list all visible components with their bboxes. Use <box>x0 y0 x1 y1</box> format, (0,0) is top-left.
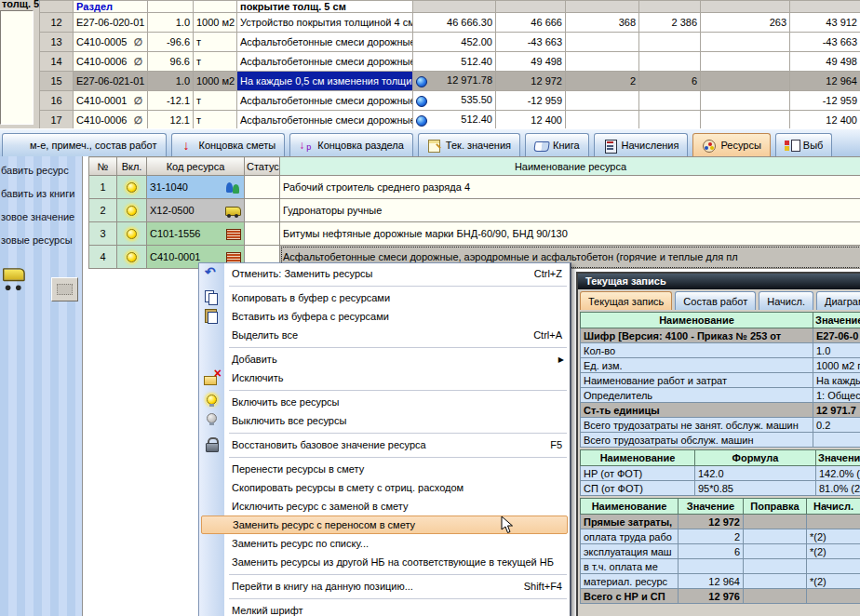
unit-cell[interactable]: т <box>194 111 237 130</box>
totals-value-cell[interactable]: 2 <box>679 529 744 544</box>
value-cell[interactable] <box>639 33 701 52</box>
info-value-cell[interactable]: 1: Общест <box>813 388 860 403</box>
resource-name-cell[interactable]: Рабочий строитель среднего разряда 4 <box>280 176 860 199</box>
value-cell[interactable]: 6 <box>639 72 701 91</box>
quantity-cell[interactable]: 96.6 <box>148 52 194 72</box>
toolbar-tab[interactable]: Концовка раздела <box>289 133 413 156</box>
col-header-code[interactable]: Код ресурса <box>147 157 245 176</box>
unit-cell[interactable]: т <box>194 33 237 52</box>
row-number-cell[interactable]: 15 <box>40 72 74 91</box>
panel-tab[interactable]: Диаграмма <box>816 291 860 310</box>
unit-cell[interactable]: 1000 м2 п <box>194 13 237 33</box>
formula-expr-cell[interactable]: 142.0 <box>695 466 816 481</box>
menu-item[interactable]: Включить все ресурсы <box>199 393 570 411</box>
info-value-cell[interactable]: 12 971.7 <box>813 403 860 418</box>
position-code-cell[interactable]: С410-0006∅ <box>74 52 148 72</box>
totals-corr-cell[interactable] <box>744 544 807 559</box>
value-cell[interactable] <box>566 91 639 111</box>
menu-item[interactable] <box>229 390 567 391</box>
toolbar-tab[interactable]: м-е, примеч., состав работ <box>2 133 167 156</box>
formula-expr-cell[interactable]: 95*0.85 <box>695 481 816 496</box>
unit-cost-cell[interactable]: 12 971.78 <box>413 72 496 91</box>
value-cell[interactable]: -12 959 <box>790 91 860 111</box>
resource-enabled-cell[interactable] <box>117 176 147 199</box>
value-cell[interactable] <box>701 33 790 52</box>
menu-item[interactable]: Исключить ресурс с заменой в смету <box>199 497 570 516</box>
value-cell[interactable] <box>566 33 639 52</box>
value-cell[interactable]: 263 <box>701 13 790 33</box>
resource-number-cell[interactable]: 4 <box>89 246 117 269</box>
unit-cell[interactable]: т <box>194 91 237 111</box>
menu-item[interactable] <box>229 286 567 287</box>
menu-item[interactable]: Вставить из буфера с ресурсами <box>199 307 570 326</box>
position-name-cell[interactable]: Асфальтобетонные смеси дорожные, а... <box>237 91 413 111</box>
total-cost-cell[interactable]: 12 972 <box>496 72 566 91</box>
value-cell[interactable] <box>701 91 790 111</box>
toolbar-tab[interactable]: Книга <box>525 133 589 156</box>
value-cell[interactable]: 12 964 <box>790 72 860 91</box>
total-cost-cell[interactable]: -43 663 <box>496 33 566 52</box>
row-number-cell[interactable]: 16 <box>40 91 74 111</box>
total-cost-cell[interactable]: 46 666 <box>496 13 566 33</box>
unit-cost-cell[interactable]: 46 666.30 <box>413 13 496 33</box>
position-name-cell[interactable]: Асфальтобетонные смеси дорожные, а... <box>237 52 413 72</box>
info-value-cell[interactable]: 1000 м2 п <box>813 358 860 373</box>
position-name-cell[interactable]: На каждые 0,5 см изменения толщины п <box>237 72 413 91</box>
menu-item[interactable]: Отменить: Заменить ресурсы Ctrl+Z <box>199 264 570 283</box>
quantity-cell[interactable]: 12.1 <box>148 111 194 130</box>
totals-corr-cell[interactable] <box>744 589 807 604</box>
quantity-cell[interactable]: -96.6 <box>148 33 194 52</box>
row-number-cell[interactable]: 12 <box>40 13 74 33</box>
totals-corr-cell[interactable] <box>744 515 807 529</box>
unit-cost-cell[interactable]: 512.40 <box>413 111 496 130</box>
resource-row[interactable]: 1 З1-1040 Рабочий строитель среднего раз… <box>89 176 860 199</box>
menu-item[interactable]: Скопировать ресурсы в смету с отриц. рас… <box>199 478 570 497</box>
col-header-status[interactable]: Статус <box>245 157 280 176</box>
totals-corr-cell[interactable] <box>744 529 807 544</box>
panel-tab[interactable]: Начисл. <box>759 291 813 310</box>
resource-name-cell[interactable]: Гудронаторы ручные <box>280 199 860 222</box>
position-code-cell[interactable]: С410-0005∅ <box>74 33 148 52</box>
value-cell[interactable]: -43 663 <box>790 33 860 52</box>
resource-code-cell[interactable]: З1-1040 <box>147 176 245 199</box>
value-cell[interactable]: 368 <box>566 13 639 33</box>
menu-item[interactable]: Мелкий шрифт <box>199 601 570 616</box>
menu-item[interactable]: Перенести ресурсы в смету <box>199 460 570 478</box>
quantity-cell[interactable]: 1.0 <box>148 72 194 91</box>
totals-corr-cell[interactable] <box>744 574 807 589</box>
position-row[interactable]: 17 С410-0006∅ 12.1 т Асфальтобетонные см… <box>40 111 860 130</box>
value-cell[interactable] <box>701 111 790 130</box>
position-code-cell[interactable]: Е27-06-020-01∅ <box>74 13 148 33</box>
value-cell[interactable] <box>701 52 790 72</box>
col-header-on[interactable]: Вкл. <box>117 157 147 176</box>
value-cell[interactable] <box>566 111 639 130</box>
resource-enabled-cell[interactable] <box>117 199 147 222</box>
total-cost-cell[interactable]: 49 498 <box>496 52 566 72</box>
col-header-num[interactable]: № <box>89 157 117 176</box>
total-cost-cell[interactable]: -12 959 <box>496 91 566 111</box>
resource-code-cell[interactable]: Х12-0500 <box>147 199 245 222</box>
value-cell[interactable]: 2 <box>566 72 639 91</box>
unit-cost-cell[interactable]: 535.50 <box>413 91 496 111</box>
grid-button[interactable] <box>51 277 78 301</box>
menu-item[interactable]: Исключить <box>199 368 570 387</box>
resource-enabled-cell[interactable] <box>117 222 147 246</box>
resource-number-cell[interactable]: 3 <box>89 222 117 246</box>
section-row[interactable]: Раздел покрытие толщ. 5 см <box>40 1 860 13</box>
totals-value-cell[interactable]: 6 <box>679 544 744 559</box>
value-cell[interactable] <box>566 52 639 72</box>
totals-value-cell[interactable]: 12 964 <box>679 574 744 589</box>
position-row[interactable]: 12 Е27-06-020-01∅ 1.0 1000 м2 п Устройст… <box>40 13 860 33</box>
value-cell[interactable] <box>639 52 701 72</box>
info-value-cell[interactable]: 1.0 <box>813 343 860 358</box>
toolbar-tab[interactable]: Концовка сметы <box>171 133 286 156</box>
menu-item[interactable]: Заменить ресурс по списку... <box>199 534 570 553</box>
menu-item[interactable] <box>229 574 567 575</box>
resource-status-cell[interactable] <box>245 199 280 222</box>
menu-item[interactable] <box>229 433 567 434</box>
sidebar-link[interactable]: зовые ресурсы <box>1 234 82 249</box>
panel-tab[interactable]: Текущая запись <box>580 291 672 310</box>
totals-value-cell[interactable] <box>679 559 744 574</box>
toolbar-tab[interactable]: Выб <box>775 133 833 156</box>
resource-row[interactable]: 3 С101-1556 Битумы нефтяные дорожные мар… <box>89 222 860 246</box>
